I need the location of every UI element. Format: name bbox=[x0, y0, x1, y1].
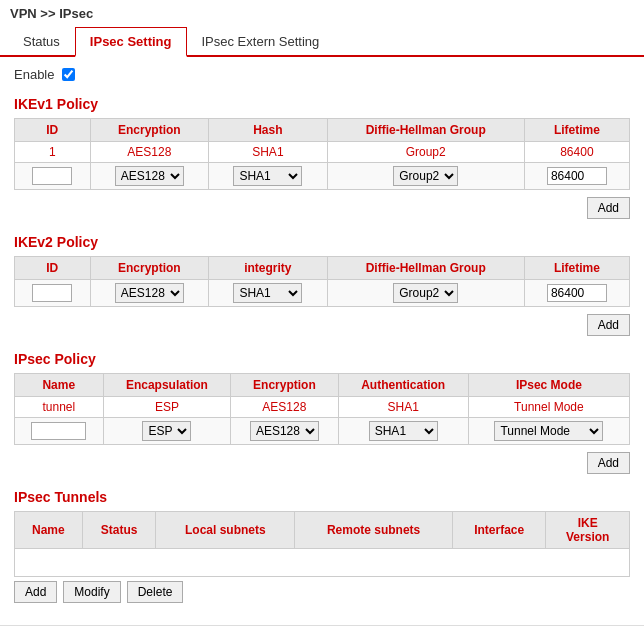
ikev2-id-input[interactable] bbox=[32, 284, 72, 302]
ipsec-col-encryption: Encryption bbox=[231, 374, 338, 397]
tunnel-col-local: Local subnets bbox=[156, 512, 295, 549]
ikev1-row-lifetime: 86400 bbox=[524, 142, 629, 163]
tunnel-button-row: Add Modify Delete bbox=[14, 581, 630, 603]
ikev2-add-row: Add bbox=[14, 311, 630, 339]
ikev1-table: ID Encryption Hash Diffie-Hellman Group … bbox=[14, 118, 630, 190]
tab-bar: Status IPsec Setting IPsec Extern Settin… bbox=[0, 27, 644, 57]
ipsec-policy-table: Name Encapsulation Encryption Authentica… bbox=[14, 373, 630, 445]
ikev1-input-dh-cell: Group1Group2Group5 bbox=[327, 163, 524, 190]
ikev1-hash-select[interactable]: SHA1SHA256MD5 bbox=[233, 166, 302, 186]
ipsec-col-encap: Encapsulation bbox=[103, 374, 231, 397]
ikev1-input-id-cell bbox=[15, 163, 91, 190]
ipsec-input-mode-cell: Tunnel ModeTransport Mode bbox=[468, 418, 629, 445]
tunnel-col-status: Status bbox=[82, 512, 156, 549]
ikev2-title: IKEv2 Policy bbox=[14, 234, 630, 250]
tunnel-col-ike: IKEVersion bbox=[546, 512, 630, 549]
ikev2-col-integrity: integrity bbox=[209, 257, 328, 280]
ikev2-col-lifetime: Lifetime bbox=[524, 257, 629, 280]
ipsec-encap-select[interactable]: ESPAH bbox=[142, 421, 191, 441]
ikev2-add-button[interactable]: Add bbox=[587, 314, 630, 336]
ipsec-policy-title: IPsec Policy bbox=[14, 351, 630, 367]
ipsec-tunnels-table: Name Status Local subnets Remote subnets… bbox=[14, 511, 630, 577]
tunnel-add-button[interactable]: Add bbox=[14, 581, 57, 603]
ipsec-input-name-cell bbox=[15, 418, 104, 445]
ipsec-add-row: Add bbox=[14, 449, 630, 477]
ipsec-input-row: ESPAH AES128AES2563DES SHA1SHA256MD5 bbox=[15, 418, 630, 445]
ikev1-row-encryption: AES128 bbox=[90, 142, 209, 163]
ikev1-lifetime-input[interactable] bbox=[547, 167, 607, 185]
ipsec-tunnels-section: IPsec Tunnels Name Status Local subnets … bbox=[14, 489, 630, 603]
ipsec-input-auth-cell: SHA1SHA256MD5 bbox=[338, 418, 468, 445]
ipsec-auth-select[interactable]: SHA1SHA256MD5 bbox=[369, 421, 438, 441]
ikev2-integrity-select[interactable]: SHA1SHA256MD5 bbox=[233, 283, 302, 303]
ipsec-row-mode: Tunnel Mode bbox=[468, 397, 629, 418]
ikev2-input-row: AES128AES2563DES SHA1SHA256MD5 Group1Gro… bbox=[15, 280, 630, 307]
ikev1-col-encryption: Encryption bbox=[90, 119, 209, 142]
tab-ipsec-extern-setting[interactable]: IPsec Extern Setting bbox=[187, 27, 335, 57]
ikev1-input-enc-cell: AES128AES2563DES bbox=[90, 163, 209, 190]
ikev1-col-hash: Hash bbox=[209, 119, 328, 142]
tunnels-empty-row bbox=[15, 549, 630, 577]
ikev1-title: IKEv1 Policy bbox=[14, 96, 630, 112]
ipsec-mode-select[interactable]: Tunnel ModeTransport Mode bbox=[494, 421, 603, 441]
ikev1-encryption-select[interactable]: AES128AES2563DES bbox=[115, 166, 184, 186]
ikev1-col-lifetime: Lifetime bbox=[524, 119, 629, 142]
ikev1-add-button[interactable]: Add bbox=[587, 197, 630, 219]
ikev1-row-dh: Group2 bbox=[327, 142, 524, 163]
ipsec-encryption-select[interactable]: AES128AES2563DES bbox=[250, 421, 319, 441]
table-row: tunnel ESP AES128 SHA1 Tunnel Mode bbox=[15, 397, 630, 418]
ikev2-col-encryption: Encryption bbox=[90, 257, 209, 280]
ipsec-row-auth: SHA1 bbox=[338, 397, 468, 418]
main-content: Enable IKEv1 Policy ID Encryption Hash D… bbox=[0, 57, 644, 625]
footer: Apply & Save Cancel bbox=[0, 625, 644, 629]
ikev1-row-hash: SHA1 bbox=[209, 142, 328, 163]
ikev2-col-id: ID bbox=[15, 257, 91, 280]
tunnel-modify-button[interactable]: Modify bbox=[63, 581, 120, 603]
ikev2-input-id-cell bbox=[15, 280, 91, 307]
ipsec-row-encap: ESP bbox=[103, 397, 231, 418]
ikev1-col-id: ID bbox=[15, 119, 91, 142]
ikev2-encryption-select[interactable]: AES128AES2563DES bbox=[115, 283, 184, 303]
ipsec-col-auth: Authentication bbox=[338, 374, 468, 397]
ipsec-tunnels-title: IPsec Tunnels bbox=[14, 489, 630, 505]
ikev1-col-dh: Diffie-Hellman Group bbox=[327, 119, 524, 142]
ikev1-input-hash-cell: SHA1SHA256MD5 bbox=[209, 163, 328, 190]
ipsec-input-enc-cell: AES128AES2563DES bbox=[231, 418, 338, 445]
tunnel-col-remote: Remote subnets bbox=[295, 512, 453, 549]
enable-label: Enable bbox=[14, 67, 54, 82]
ipsec-col-mode: IPsec Mode bbox=[468, 374, 629, 397]
tunnel-col-interface: Interface bbox=[452, 512, 545, 549]
ikev2-input-integrity-cell: SHA1SHA256MD5 bbox=[209, 280, 328, 307]
enable-row: Enable bbox=[14, 67, 630, 82]
tab-ipsec-setting[interactable]: IPsec Setting bbox=[75, 27, 187, 57]
ipsec-input-encap-cell: ESPAH bbox=[103, 418, 231, 445]
ikev1-input-lifetime-cell bbox=[524, 163, 629, 190]
ipsec-row-name: tunnel bbox=[15, 397, 104, 418]
ikev1-input-row: AES128AES2563DES SHA1SHA256MD5 Group1Gro… bbox=[15, 163, 630, 190]
ipsec-row-encryption: AES128 bbox=[231, 397, 338, 418]
ikev2-input-dh-cell: Group1Group2Group5 bbox=[327, 280, 524, 307]
ipsec-col-name: Name bbox=[15, 374, 104, 397]
ikev2-input-lifetime-cell bbox=[524, 280, 629, 307]
ikev2-col-dh: Diffie-Hellman Group bbox=[327, 257, 524, 280]
tab-status[interactable]: Status bbox=[8, 27, 75, 57]
ikev2-dh-select[interactable]: Group1Group2Group5 bbox=[393, 283, 458, 303]
breadcrumb: VPN >> IPsec bbox=[0, 0, 644, 27]
ikev2-lifetime-input[interactable] bbox=[547, 284, 607, 302]
ipsec-name-input[interactable] bbox=[31, 422, 86, 440]
tunnel-col-name: Name bbox=[15, 512, 83, 549]
ikev1-policy-section: IKEv1 Policy ID Encryption Hash Diffie-H… bbox=[14, 96, 630, 222]
ikev1-dh-select[interactable]: Group1Group2Group5 bbox=[393, 166, 458, 186]
ipsec-policy-section: IPsec Policy Name Encapsulation Encrypti… bbox=[14, 351, 630, 477]
ikev1-add-row: Add bbox=[14, 194, 630, 222]
ikev1-row-id: 1 bbox=[15, 142, 91, 163]
ikev2-input-enc-cell: AES128AES2563DES bbox=[90, 280, 209, 307]
ipsec-add-button[interactable]: Add bbox=[587, 452, 630, 474]
enable-checkbox[interactable] bbox=[62, 68, 75, 81]
ikev2-policy-section: IKEv2 Policy ID Encryption integrity Dif… bbox=[14, 234, 630, 339]
table-row: 1 AES128 SHA1 Group2 86400 bbox=[15, 142, 630, 163]
ikev2-table: ID Encryption integrity Diffie-Hellman G… bbox=[14, 256, 630, 307]
tunnel-delete-button[interactable]: Delete bbox=[127, 581, 184, 603]
ikev1-id-input[interactable] bbox=[32, 167, 72, 185]
